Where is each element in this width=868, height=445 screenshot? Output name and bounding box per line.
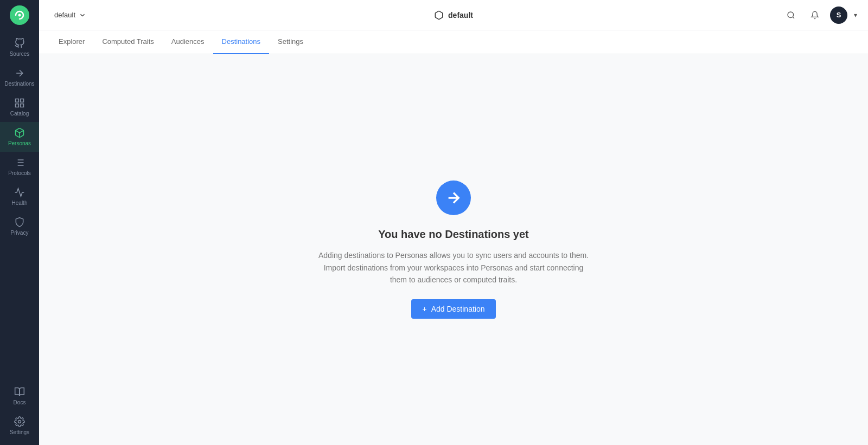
sidebar-item-privacy[interactable]: Privacy: [0, 211, 39, 241]
sidebar-item-health[interactable]: Health: [0, 182, 39, 211]
topbar-title: default: [434, 10, 473, 20]
sidebar-logo: [9, 4, 30, 26]
search-icon: [787, 11, 795, 20]
workspace-selector[interactable]: default: [50, 9, 91, 21]
sidebar-item-health-label: Health: [12, 200, 28, 206]
empty-state-description: Adding destinations to Personas allows y…: [318, 249, 589, 286]
svg-line-15: [793, 17, 794, 18]
bell-icon: [810, 11, 819, 20]
sidebar-item-privacy-label: Privacy: [11, 230, 29, 236]
sidebar-item-personas[interactable]: Personas: [0, 122, 39, 152]
main-content: default default S: [39, 0, 868, 445]
empty-state: You have no Destinations yet Adding dest…: [318, 180, 589, 318]
destinations-empty-icon: [445, 189, 462, 207]
svg-point-13: [18, 421, 21, 423]
topbar-workspace-icon: [434, 10, 444, 20]
user-dropdown-arrow[interactable]: ▾: [854, 11, 857, 19]
subnav-item-destinations[interactable]: Destinations: [213, 30, 270, 54]
empty-state-icon: [436, 180, 471, 215]
svg-point-1: [18, 14, 21, 17]
sidebar: Sources Destinations Catalog Personas Pr…: [0, 0, 39, 445]
subnav-item-explorer[interactable]: Explorer: [50, 30, 93, 54]
subnav-item-settings[interactable]: Settings: [269, 30, 312, 54]
search-button[interactable]: [782, 7, 800, 24]
sidebar-item-sources[interactable]: Sources: [0, 33, 39, 62]
sidebar-item-docs[interactable]: Docs: [0, 381, 39, 411]
sidebar-bottom: Docs Settings: [0, 381, 39, 445]
sidebar-item-sources-label: Sources: [10, 51, 30, 57]
sidebar-item-catalog-label: Catalog: [10, 111, 29, 117]
topbar-workspace-title: default: [448, 11, 473, 20]
subnav-item-computed-traits[interactable]: Computed Traits: [93, 30, 162, 54]
sidebar-item-destinations-label: Destinations: [4, 81, 34, 87]
subnav: Explorer Computed Traits Audiences Desti…: [39, 30, 868, 54]
sidebar-item-protocols[interactable]: Protocols: [0, 152, 39, 182]
topbar-actions: S ▾: [782, 7, 857, 24]
sidebar-item-docs-label: Docs: [14, 399, 26, 405]
svg-rect-4: [16, 104, 19, 107]
sidebar-item-personas-label: Personas: [8, 140, 31, 146]
add-destination-button[interactable]: + Add Destination: [411, 299, 495, 319]
svg-rect-2: [16, 99, 19, 102]
svg-rect-5: [21, 104, 24, 107]
sidebar-item-settings-label: Settings: [10, 429, 29, 435]
notifications-button[interactable]: [806, 7, 824, 24]
sidebar-item-catalog[interactable]: Catalog: [0, 92, 39, 122]
sidebar-item-settings[interactable]: Settings: [0, 411, 39, 441]
page-content: You have no Destinations yet Adding dest…: [39, 54, 868, 445]
add-destination-label: Add Destination: [431, 305, 485, 313]
svg-point-14: [788, 12, 794, 18]
user-avatar[interactable]: S: [830, 7, 847, 24]
svg-rect-3: [21, 99, 24, 102]
workspace-name: default: [54, 11, 75, 19]
sidebar-item-destinations[interactable]: Destinations: [0, 62, 39, 92]
topbar: default default S: [39, 0, 868, 30]
empty-state-title: You have no Destinations yet: [378, 228, 528, 241]
workspace-dropdown-icon: [79, 11, 86, 19]
sidebar-item-protocols-label: Protocols: [8, 170, 31, 176]
subnav-item-audiences[interactable]: Audiences: [163, 30, 213, 54]
add-destination-icon: +: [422, 305, 426, 313]
